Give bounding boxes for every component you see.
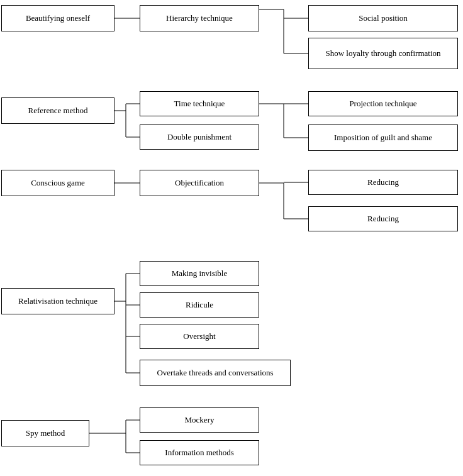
node-making-invisible: Making invisible [140, 261, 259, 286]
diagram: Beautifying oneself Hierarchy technique … [0, 0, 463, 476]
node-beautifying: Beautifying oneself [1, 5, 114, 31]
node-oversight: Oversight [140, 324, 259, 349]
node-conscious: Conscious game [1, 170, 114, 196]
node-ridicule: Ridicule [140, 292, 259, 318]
node-reference: Reference method [1, 97, 114, 124]
node-hierarchy: Hierarchy technique [140, 5, 259, 31]
node-imposition: Imposition of guilt and shame [308, 125, 458, 151]
node-time: Time technique [140, 91, 259, 116]
node-reducing2: Reducing [308, 206, 458, 231]
node-show-loyalty: Show loyalty through confirmation [308, 38, 458, 69]
node-reducing1: Reducing [308, 170, 458, 195]
node-mockery: Mockery [140, 407, 259, 433]
node-spy: Spy method [1, 420, 89, 446]
node-objectification: Objectification [140, 170, 259, 196]
node-social-position: Social position [308, 5, 458, 31]
node-information: Information methods [140, 440, 259, 465]
node-overtake: Overtake threads and conversations [140, 360, 291, 386]
node-projection: Projection technique [308, 91, 458, 116]
connectors [0, 0, 463, 476]
node-relativisation: Relativisation technique [1, 288, 114, 314]
node-double: Double punishment [140, 125, 259, 150]
